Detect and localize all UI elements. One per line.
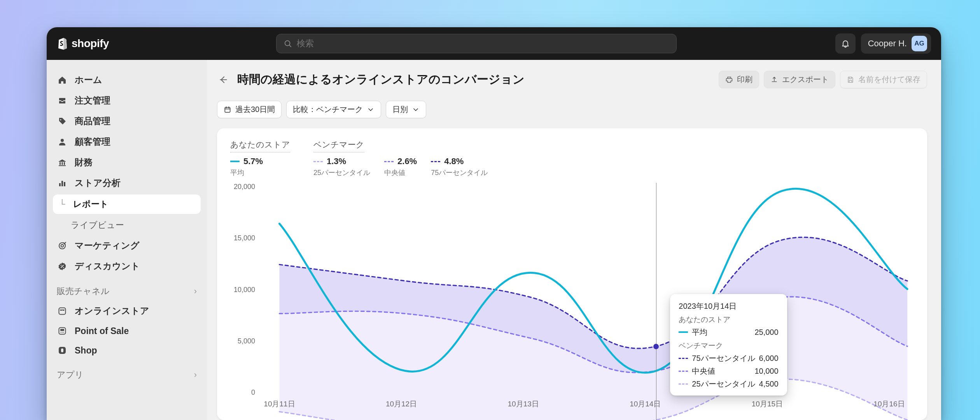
plot-area	[260, 183, 914, 420]
notifications-button[interactable]	[835, 33, 856, 54]
svg-rect-19	[61, 348, 63, 352]
sidebar-item-label: 商品管理	[75, 115, 110, 127]
chevron-down-icon	[412, 106, 420, 114]
bars-icon	[57, 178, 68, 189]
sidebar-item-pos[interactable]: Point of Sale	[51, 322, 203, 340]
svg-rect-20	[225, 107, 230, 112]
sidebar-item-products[interactable]: 商品管理	[51, 111, 203, 131]
filter-bar: 過去30日間 比較：ベンチマーク 日別	[217, 101, 927, 118]
swatch-p25-icon	[313, 161, 323, 162]
svg-point-2	[60, 119, 61, 120]
chevron-down-icon	[367, 106, 374, 114]
svg-rect-6	[61, 181, 63, 186]
svg-point-3	[61, 139, 64, 142]
legend-benchmark-title: ベンチマーク	[313, 139, 364, 152]
legend-stat-p75: 4.8% 75パーセンタイル	[431, 156, 488, 177]
sidebar-item-label: Point of Sale	[75, 326, 129, 336]
brand-text: shopify	[72, 37, 109, 50]
x-axis-labels: 10月11日 10月12日 10月13日 10月14日 10月15日 10月16…	[260, 399, 914, 412]
grouping-select[interactable]: 日別	[386, 101, 426, 118]
svg-point-11	[63, 267, 64, 268]
home-icon	[57, 75, 68, 86]
chevron-right-icon: ›	[194, 370, 197, 380]
page-title: 時間の経過によるオンラインストアのコンバージョン	[237, 72, 525, 88]
sidebar-item-shop[interactable]: Shop	[51, 341, 203, 360]
svg-point-9	[61, 244, 64, 247]
svg-rect-7	[64, 182, 65, 186]
chart[interactable]: 20,000 15,000 10,000 5,000 0 10月11日 10月1…	[230, 183, 914, 412]
sidebar-item-label: 財務	[75, 156, 93, 168]
search-input[interactable]	[297, 38, 669, 49]
svg-line-1	[289, 45, 291, 47]
svg-point-16	[62, 332, 63, 332]
discount-icon	[57, 261, 68, 272]
sidebar-item-label: マーケティング	[75, 240, 140, 252]
sidebar-item-label: レポート	[73, 198, 108, 210]
sidebar-item-marketing[interactable]: マーケティング	[51, 236, 203, 256]
crosshair-dot	[653, 344, 659, 349]
page-header: 時間の経過によるオンラインストアのコンバージョン 印刷 エクスポート 名前を付け…	[217, 71, 927, 88]
save-as-button[interactable]: 名前を付けて保存	[840, 71, 927, 88]
y-axis-labels: 20,000 15,000 10,000 5,000 0	[230, 183, 255, 397]
swatch-median-icon	[384, 161, 394, 162]
chart-tooltip: 2023年10月14日 あなたのストア 平均 25,000 ベンチマーク 75パ…	[670, 294, 787, 396]
swatch-median-icon	[679, 371, 688, 372]
chevron-right-icon: ›	[194, 286, 197, 296]
person-icon	[57, 136, 68, 147]
tag-icon	[57, 116, 68, 127]
user-menu[interactable]: Cooper H. AG	[861, 33, 931, 54]
sidebar-subitem-reports[interactable]: └ レポート	[53, 194, 201, 214]
corner-icon: └	[59, 199, 65, 209]
user-name: Cooper H.	[868, 38, 907, 49]
inbox-icon	[57, 95, 68, 106]
compare-select[interactable]: 比較：ベンチマーク	[286, 101, 381, 118]
sidebar-item-onlinestore[interactable]: オンラインストア	[51, 301, 203, 321]
sidebar-item-label: 注文管理	[75, 94, 110, 107]
topbar: shopify Cooper H. AG	[47, 27, 941, 60]
target-icon	[57, 240, 68, 251]
sidebar-item-label: ライブビュー	[71, 219, 124, 231]
shop-icon	[57, 345, 68, 356]
svg-point-10	[61, 264, 62, 266]
legend-your-store-title: あなたのストア	[230, 139, 290, 152]
sidebar-item-home[interactable]: ホーム	[51, 70, 203, 90]
sidebar-item-discounts[interactable]: ディスカウント	[51, 256, 203, 276]
sidebar-item-customers[interactable]: 顧客管理	[51, 132, 203, 152]
legend-stat-avg: 5.7% 平均	[230, 156, 263, 177]
sidebar-item-label: 顧客管理	[75, 136, 110, 148]
svg-rect-14	[60, 329, 64, 331]
legend-stat-p25: 1.3% 25パーセンタイル	[313, 156, 370, 177]
legend: あなたのストア 5.7% 平均 ベンチマーク 1.3%	[230, 139, 914, 177]
sidebar-section-apps[interactable]: アプリ ›	[51, 360, 203, 384]
svg-point-17	[63, 332, 64, 332]
date-range-select[interactable]: 過去30日間	[217, 101, 282, 118]
svg-rect-12	[59, 308, 66, 314]
sidebar-item-analytics[interactable]: ストア分析	[51, 173, 203, 193]
sidebar-item-orders[interactable]: 注文管理	[51, 91, 203, 110]
chart-card: あなたのストア 5.7% 平均 ベンチマーク 1.3%	[217, 128, 927, 420]
main: 時間の経過によるオンラインストアのコンバージョン 印刷 エクスポート 名前を付け…	[207, 60, 941, 420]
bank-icon	[57, 157, 68, 168]
sidebar-subitem-liveview[interactable]: ライブビュー	[51, 215, 203, 235]
swatch-p25-icon	[679, 383, 688, 385]
crosshair-line	[656, 183, 656, 420]
print-icon	[725, 76, 733, 84]
legend-stat-median: 2.6% 中央値	[384, 156, 417, 177]
sidebar-item-label: Shop	[75, 345, 97, 356]
swatch-p75-icon	[431, 161, 440, 162]
search-icon	[284, 39, 292, 48]
save-icon	[847, 76, 854, 84]
back-button[interactable]	[217, 74, 229, 86]
avatar: AG	[912, 36, 927, 51]
upload-icon	[770, 76, 778, 84]
sidebar-item-label: ストア分析	[75, 177, 121, 189]
sidebar-item-label: ディスカウント	[75, 260, 140, 272]
search-box[interactable]	[276, 34, 677, 53]
calendar-icon	[224, 106, 231, 114]
print-button[interactable]: 印刷	[719, 71, 759, 88]
svg-rect-5	[59, 183, 61, 186]
swatch-avg-icon	[230, 161, 240, 162]
sidebar-item-finance[interactable]: 財務	[51, 152, 203, 172]
sidebar-section-channels[interactable]: 販売チャネル ›	[51, 277, 203, 300]
export-button[interactable]: エクスポート	[764, 71, 835, 88]
